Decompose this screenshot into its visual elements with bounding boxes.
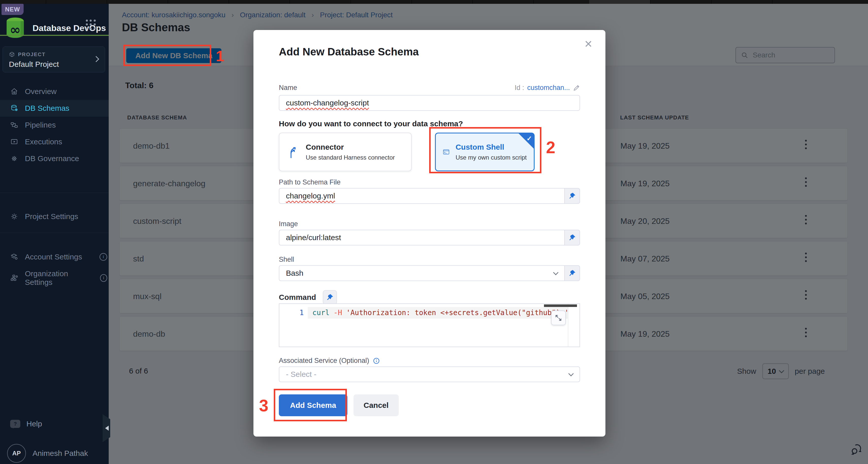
sidebar-divider (0, 233, 109, 233)
annotation-box-3 (274, 389, 347, 421)
image-input-value: alpine/curl:latest (286, 233, 341, 242)
option-title: Connector (306, 143, 395, 151)
sidebar-item-account-settings[interactable]: Account Settings i (0, 249, 119, 265)
shell-select-value: Bash (286, 269, 303, 278)
editor-scrollbar[interactable] (544, 304, 577, 307)
chevron-left-icon (102, 426, 109, 431)
user-name: Animesh Pathak (32, 449, 88, 458)
command-code-line: curl-H'Authorization: token <+secrets.ge… (312, 307, 569, 319)
database-gear-icon (10, 104, 18, 112)
brand-divider (0, 35, 109, 36)
annotation-number-1: 1 (216, 47, 224, 65)
sidebar-item-label: DB Governance (25, 154, 79, 163)
expand-editor-icon[interactable] (551, 311, 566, 325)
sidebar-item-label: Executions (25, 138, 62, 146)
edit-pencil-icon[interactable] (573, 84, 580, 91)
project-name: Default Project (9, 60, 59, 68)
annotation-box-1 (123, 45, 211, 66)
command-label: Command (279, 293, 316, 301)
associated-service-select[interactable]: - Select - (279, 367, 580, 382)
help-icon: ? (10, 420, 20, 428)
chevron-right-icon (93, 56, 99, 62)
image-input[interactable]: alpine/curl:latest (279, 230, 580, 245)
home-icon (10, 87, 18, 95)
sidebar-item-label: Overview (25, 87, 57, 96)
user-profile[interactable]: AP Animesh Pathak (7, 444, 88, 463)
connector-icon (286, 145, 300, 159)
chevron-down-icon (553, 270, 558, 275)
info-icon: i (99, 253, 107, 261)
name-label: Name (279, 84, 297, 92)
sidebar-item-label: Organization Settings (25, 269, 93, 287)
command-code-editor[interactable]: 1 curl-H'Authorization: token <+secrets.… (279, 303, 580, 347)
pin-icon[interactable] (323, 290, 337, 304)
id-value[interactable]: customchan... (527, 84, 570, 92)
avatar: AP (7, 444, 26, 463)
command-label-row: Command (279, 290, 580, 304)
path-input[interactable]: changelog.yml (279, 188, 580, 204)
id-label: Id : (515, 84, 524, 92)
associated-service-label: Associated Service (Optional) (279, 357, 369, 365)
sidebar-item-db-governance[interactable]: DB Governance (0, 150, 109, 167)
sidebar: NEW ∞ Database DevOps PROJECT Default Pr… (0, 4, 109, 464)
gear-icon (10, 212, 18, 221)
browser-tab-strip (0, 0, 868, 4)
code-token-string: 'Authorization: token <+secrets.getValue… (346, 309, 569, 317)
new-badge: NEW (2, 4, 24, 15)
governance-gear-icon (10, 154, 18, 163)
name-input-value: custom-changelog-script (286, 98, 369, 107)
app-grid-icon[interactable] (86, 20, 96, 30)
modal-title: Add New Database Schema (279, 46, 419, 58)
close-icon[interactable]: × (585, 37, 592, 50)
cube-icon (9, 51, 15, 57)
pipelines-icon (10, 121, 18, 129)
path-input-value: changelog.yml (286, 192, 335, 200)
option-card-connector[interactable]: Connector Use standard Harness connector (279, 133, 412, 171)
code-token-flag: -H (334, 309, 342, 317)
annotation-box-2 (429, 127, 541, 173)
org-hierarchy-gear-icon (10, 274, 18, 282)
sidebar-item-label: Account Settings (25, 253, 82, 261)
name-label-row: Name Id : customchan... (279, 84, 580, 92)
project-selector[interactable]: PROJECT Default Project (3, 47, 105, 72)
help-label: Help (26, 419, 42, 428)
sidebar-item-organization-settings[interactable]: Organization Settings i (0, 270, 119, 286)
project-label: PROJECT (18, 52, 45, 57)
pin-icon[interactable] (564, 265, 580, 281)
associated-service-value: - Select - (286, 370, 316, 379)
chevron-down-icon (568, 371, 574, 376)
help-button[interactable]: ? Help (10, 419, 42, 428)
shell-label: Shell (279, 256, 580, 263)
add-schema-modal: × Add New Database Schema Name Id : cust… (253, 30, 606, 437)
info-icon: i (100, 274, 107, 282)
sidebar-divider (0, 193, 109, 193)
harness-dbops-logo: ∞ (3, 16, 27, 40)
name-input[interactable]: custom-changelog-script (279, 95, 580, 111)
sidebar-item-label: Pipelines (25, 121, 56, 129)
connect-question: How do you want to connect to your data … (279, 119, 580, 128)
path-label: Path to Schema File (279, 178, 580, 186)
sidebar-item-label: DB Schemas (25, 104, 69, 113)
sidebar-item-executions[interactable]: Executions (0, 134, 109, 150)
associated-service-label-row: Associated Service (Optional) (279, 357, 580, 365)
pin-icon[interactable] (564, 230, 580, 245)
code-token-keyword: curl (312, 309, 329, 317)
layers-gear-icon (10, 253, 18, 261)
editor-line-number: 1 (279, 307, 304, 319)
info-icon[interactable] (373, 357, 380, 365)
sidebar-item-label: Project Settings (25, 212, 78, 221)
annotation-number-3: 3 (259, 396, 269, 415)
executions-icon (10, 138, 18, 146)
sidebar-item-project-settings[interactable]: Project Settings (0, 208, 119, 225)
nav-menu: Overview DB Schemas Pipelines Executions (0, 83, 109, 167)
image-label: Image (279, 220, 580, 228)
sidebar-item-overview[interactable]: Overview (0, 83, 109, 100)
cancel-button[interactable]: Cancel (353, 395, 399, 416)
pin-icon[interactable] (564, 188, 580, 204)
sidebar-item-pipelines[interactable]: Pipelines (0, 117, 109, 134)
shell-select[interactable]: Bash (279, 265, 580, 281)
option-subtitle: Use standard Harness connector (306, 154, 395, 161)
annotation-number-2: 2 (546, 138, 555, 157)
sidebar-item-db-schemas[interactable]: DB Schemas (0, 100, 109, 117)
